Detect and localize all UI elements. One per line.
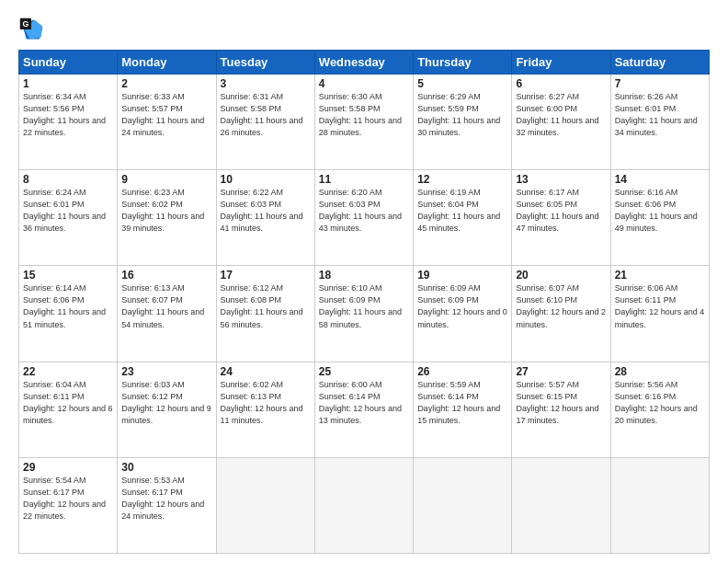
calendar-week-3: 15 Sunrise: 6:14 AMSunset: 6:06 PMDaylig…: [19, 266, 710, 362]
calendar-cell: [216, 457, 314, 553]
calendar-cell: 16 Sunrise: 6:13 AMSunset: 6:07 PMDaylig…: [118, 266, 216, 362]
day-number: 11: [319, 173, 409, 186]
header-row: SundayMondayTuesdayWednesdayThursdayFrid…: [19, 51, 710, 75]
col-header-tuesday: Tuesday: [216, 51, 314, 75]
svg-text:G: G: [22, 19, 28, 29]
calendar-cell: 17 Sunrise: 6:12 AMSunset: 6:08 PMDaylig…: [216, 266, 314, 362]
day-detail: Sunrise: 6:12 AMSunset: 6:08 PMDaylight:…: [221, 282, 311, 330]
day-number: 19: [417, 269, 507, 282]
calendar-cell: 10 Sunrise: 6:22 AMSunset: 6:03 PMDaylig…: [216, 170, 314, 266]
day-detail: Sunrise: 6:19 AMSunset: 6:04 PMDaylight:…: [417, 187, 507, 235]
calendar-cell: 26 Sunrise: 5:59 AMSunset: 6:14 PMDaylig…: [414, 362, 512, 457]
day-number: 26: [417, 365, 507, 378]
calendar-table: SundayMondayTuesdayWednesdayThursdayFrid…: [18, 50, 710, 554]
day-number: 13: [516, 173, 606, 186]
calendar-cell: 12 Sunrise: 6:19 AMSunset: 6:04 PMDaylig…: [414, 170, 512, 266]
day-number: 14: [615, 173, 705, 186]
logo: G: [18, 17, 48, 42]
day-number: 21: [615, 269, 705, 282]
day-number: 28: [615, 365, 705, 378]
calendar-cell: 29 Sunrise: 5:54 AMSunset: 6:17 PMDaylig…: [19, 457, 118, 553]
day-detail: Sunrise: 6:24 AMSunset: 6:01 PMDaylight:…: [23, 187, 113, 235]
calendar-cell: 30 Sunrise: 5:53 AMSunset: 6:17 PMDaylig…: [118, 457, 216, 553]
day-detail: Sunrise: 6:06 AMSunset: 6:11 PMDaylight:…: [615, 282, 705, 330]
day-detail: Sunrise: 6:26 AMSunset: 6:01 PMDaylight:…: [615, 91, 705, 139]
header: G: [18, 17, 710, 42]
calendar-cell: 6 Sunrise: 6:27 AMSunset: 6:00 PMDayligh…: [512, 75, 610, 170]
calendar-cell: 2 Sunrise: 6:33 AMSunset: 5:57 PMDayligh…: [118, 75, 216, 170]
day-detail: Sunrise: 6:20 AMSunset: 6:03 PMDaylight:…: [319, 187, 409, 235]
day-detail: Sunrise: 6:10 AMSunset: 6:09 PMDaylight:…: [319, 282, 409, 330]
calendar-cell: [512, 457, 610, 553]
calendar-cell: 28 Sunrise: 5:56 AMSunset: 6:16 PMDaylig…: [610, 362, 709, 457]
calendar-cell: 13 Sunrise: 6:17 AMSunset: 6:05 PMDaylig…: [512, 170, 610, 266]
col-header-saturday: Saturday: [610, 51, 709, 75]
calendar-cell: 5 Sunrise: 6:29 AMSunset: 5:59 PMDayligh…: [414, 75, 512, 170]
day-detail: Sunrise: 6:09 AMSunset: 6:09 PMDaylight:…: [417, 282, 507, 330]
day-detail: Sunrise: 6:04 AMSunset: 6:11 PMDaylight:…: [23, 379, 113, 427]
day-detail: Sunrise: 6:07 AMSunset: 6:10 PMDaylight:…: [516, 282, 606, 330]
calendar-cell: [414, 457, 512, 553]
calendar-week-4: 22 Sunrise: 6:04 AMSunset: 6:11 PMDaylig…: [19, 362, 710, 457]
col-header-friday: Friday: [512, 51, 610, 75]
day-number: 12: [417, 173, 507, 186]
calendar-cell: 3 Sunrise: 6:31 AMSunset: 5:58 PMDayligh…: [216, 75, 314, 170]
calendar-cell: 14 Sunrise: 6:16 AMSunset: 6:06 PMDaylig…: [610, 170, 709, 266]
day-number: 25: [319, 365, 409, 378]
day-detail: Sunrise: 6:33 AMSunset: 5:57 PMDaylight:…: [121, 91, 211, 139]
day-number: 10: [221, 173, 311, 186]
day-number: 24: [221, 365, 311, 378]
calendar-cell: 18 Sunrise: 6:10 AMSunset: 6:09 PMDaylig…: [314, 266, 413, 362]
calendar-cell: [314, 457, 413, 553]
day-detail: Sunrise: 6:13 AMSunset: 6:07 PMDaylight:…: [121, 282, 211, 330]
day-number: 18: [319, 269, 409, 282]
col-header-sunday: Sunday: [19, 51, 118, 75]
day-number: 30: [121, 461, 211, 474]
calendar-cell: 22 Sunrise: 6:04 AMSunset: 6:11 PMDaylig…: [19, 362, 118, 457]
day-number: 29: [23, 461, 113, 474]
day-detail: Sunrise: 6:00 AMSunset: 6:14 PMDaylight:…: [319, 379, 409, 427]
day-detail: Sunrise: 5:56 AMSunset: 6:16 PMDaylight:…: [615, 379, 705, 427]
logo-icon: G: [18, 17, 44, 42]
day-number: 7: [615, 77, 705, 90]
day-number: 6: [516, 77, 606, 90]
day-detail: Sunrise: 6:34 AMSunset: 5:56 PMDaylight:…: [23, 91, 113, 139]
day-number: 9: [121, 173, 211, 186]
day-number: 4: [319, 77, 409, 90]
day-detail: Sunrise: 5:57 AMSunset: 6:15 PMDaylight:…: [516, 379, 606, 427]
day-detail: Sunrise: 5:59 AMSunset: 6:14 PMDaylight:…: [417, 379, 507, 427]
calendar-week-5: 29 Sunrise: 5:54 AMSunset: 6:17 PMDaylig…: [19, 457, 710, 553]
day-number: 2: [121, 77, 211, 90]
calendar-week-1: 1 Sunrise: 6:34 AMSunset: 5:56 PMDayligh…: [19, 75, 710, 170]
day-detail: Sunrise: 6:22 AMSunset: 6:03 PMDaylight:…: [221, 187, 311, 235]
calendar-cell: 9 Sunrise: 6:23 AMSunset: 6:02 PMDayligh…: [118, 170, 216, 266]
day-number: 15: [23, 269, 113, 282]
page: G SundayMondayTuesdayWednesdayThursdayFr…: [0, 0, 728, 563]
day-detail: Sunrise: 6:03 AMSunset: 6:12 PMDaylight:…: [121, 379, 211, 427]
col-header-thursday: Thursday: [414, 51, 512, 75]
day-number: 20: [516, 269, 606, 282]
calendar-cell: 25 Sunrise: 6:00 AMSunset: 6:14 PMDaylig…: [314, 362, 413, 457]
day-detail: Sunrise: 6:30 AMSunset: 5:58 PMDaylight:…: [319, 91, 409, 139]
calendar-cell: 23 Sunrise: 6:03 AMSunset: 6:12 PMDaylig…: [118, 362, 216, 457]
col-header-monday: Monday: [118, 51, 216, 75]
calendar-cell: 7 Sunrise: 6:26 AMSunset: 6:01 PMDayligh…: [610, 75, 709, 170]
calendar-cell: 4 Sunrise: 6:30 AMSunset: 5:58 PMDayligh…: [314, 75, 413, 170]
calendar-cell: [610, 457, 709, 553]
calendar-week-2: 8 Sunrise: 6:24 AMSunset: 6:01 PMDayligh…: [19, 170, 710, 266]
day-detail: Sunrise: 6:23 AMSunset: 6:02 PMDaylight:…: [121, 187, 211, 235]
day-detail: Sunrise: 6:27 AMSunset: 6:00 PMDaylight:…: [516, 91, 606, 139]
day-number: 16: [121, 269, 211, 282]
day-number: 1: [23, 77, 113, 90]
day-detail: Sunrise: 6:29 AMSunset: 5:59 PMDaylight:…: [417, 91, 507, 139]
day-number: 27: [516, 365, 606, 378]
day-detail: Sunrise: 6:16 AMSunset: 6:06 PMDaylight:…: [615, 187, 705, 235]
day-number: 5: [417, 77, 507, 90]
calendar-cell: 15 Sunrise: 6:14 AMSunset: 6:06 PMDaylig…: [19, 266, 118, 362]
calendar-cell: 20 Sunrise: 6:07 AMSunset: 6:10 PMDaylig…: [512, 266, 610, 362]
calendar-cell: 19 Sunrise: 6:09 AMSunset: 6:09 PMDaylig…: [414, 266, 512, 362]
day-number: 8: [23, 173, 113, 186]
calendar-cell: 27 Sunrise: 5:57 AMSunset: 6:15 PMDaylig…: [512, 362, 610, 457]
day-number: 17: [221, 269, 311, 282]
day-number: 23: [121, 365, 211, 378]
